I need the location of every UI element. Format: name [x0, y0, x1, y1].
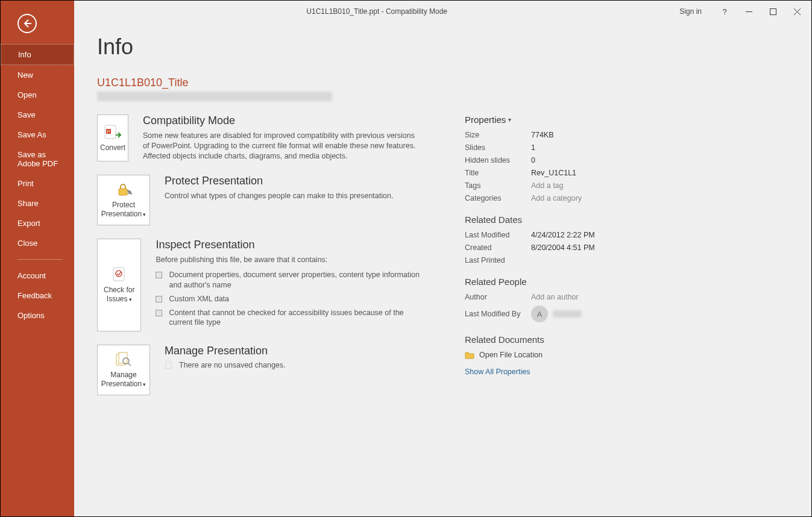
manage-heading: Manage Presentation: [165, 345, 286, 357]
backstage-sidebar: Info New Open Save Save As Save as Adobe…: [1, 1, 74, 516]
manage-button-label: Manage Presentation▾: [101, 371, 146, 389]
prop-key-slides: Slides: [465, 143, 525, 152]
last-modified-by-user[interactable]: A: [531, 306, 787, 322]
back-arrow-icon: [22, 19, 32, 28]
prop-val-author[interactable]: Add an author: [531, 293, 787, 301]
sidebar-item-new[interactable]: New: [1, 65, 74, 85]
prop-key-categories: Categories: [465, 194, 525, 202]
convert-button-label: Convert: [100, 143, 125, 152]
sidebar-item-save[interactable]: Save: [1, 105, 74, 125]
prop-val-categories[interactable]: Add a category: [531, 194, 787, 202]
lock-icon: [115, 181, 133, 197]
prop-val-title[interactable]: Rev_U1C1L1: [531, 169, 787, 177]
help-button[interactable]: ?: [713, 7, 737, 16]
related-people-heading: Related People: [465, 277, 787, 287]
prop-val-tags[interactable]: Add a tag: [531, 181, 787, 190]
prop-key-tags: Tags: [465, 181, 525, 190]
section-inspect: Check for Issues▾ Inspect Presentation B…: [97, 239, 423, 331]
properties-dropdown[interactable]: Properties▾: [465, 114, 511, 125]
chevron-down-icon: ▾: [143, 212, 146, 218]
properties-panel: Properties▾ Size 774KB Slides 1 Hidden s…: [465, 114, 787, 409]
file-path: [97, 92, 332, 101]
list-item: Custom XML data: [156, 294, 423, 304]
svg-text:P: P: [107, 129, 110, 133]
prop-val-last-printed: [531, 256, 787, 265]
manage-status: There are no unsaved changes.: [179, 361, 286, 369]
prop-key-last-modified: Last Modified: [465, 231, 525, 239]
sidebar-item-feedback[interactable]: Feedback: [1, 286, 74, 306]
section-manage: Manage Presentation▾ Manage Presentation…: [97, 345, 423, 395]
sidebar-item-options[interactable]: Options: [1, 306, 74, 325]
compat-heading: Compatibility Mode: [143, 114, 423, 127]
prop-key-last-printed: Last Printed: [465, 256, 525, 265]
section-protect: Protect Presentation▾ Protect Presentati…: [97, 175, 423, 225]
prop-key-title: Title: [465, 169, 525, 177]
check-issues-button-label: Check for Issues▾: [104, 286, 134, 304]
close-button[interactable]: [785, 2, 809, 20]
svg-rect-15: [166, 362, 171, 369]
window-title: U1C1L1B010_Title.ppt - Compatibility Mod…: [74, 7, 679, 16]
inspect-list: Document properties, document server pro…: [156, 270, 423, 328]
prop-key-author: Author: [465, 293, 525, 301]
chevron-down-icon: ▾: [508, 116, 511, 123]
protect-desc: Control what types of changes people can…: [165, 191, 393, 201]
minimize-button[interactable]: [737, 2, 761, 20]
page-title: Info: [97, 34, 787, 60]
inspect-icon: [110, 266, 128, 282]
prop-key-size: Size: [465, 131, 525, 139]
prop-val-hidden: 0: [531, 156, 787, 164]
inspect-heading: Inspect Presentation: [156, 239, 423, 251]
sidebar-item-open[interactable]: Open: [1, 85, 74, 105]
folder-icon: [465, 351, 474, 359]
inspect-desc: Before publishing this file, be aware th…: [156, 255, 423, 265]
open-file-location-link[interactable]: Open File Location: [465, 351, 787, 359]
back-button[interactable]: [17, 14, 37, 33]
svg-rect-1: [770, 8, 776, 14]
sidebar-item-account[interactable]: Account: [1, 266, 74, 286]
sidebar-item-close[interactable]: Close: [1, 233, 74, 253]
prop-val-size: 774KB: [531, 131, 787, 139]
sidebar-item-info[interactable]: Info: [1, 44, 74, 65]
section-compatibility: P Convert Compatibility Mode Some new fe…: [97, 114, 423, 161]
avatar: A: [531, 306, 548, 322]
maximize-icon: [770, 8, 776, 15]
list-item: Document properties, document server pro…: [156, 270, 423, 290]
file-title: U1C1L1B010_Title: [97, 77, 787, 89]
compat-desc: Some new features are disabled for impro…: [143, 131, 423, 161]
sidebar-item-save-as-adobe-pdf[interactable]: Save as Adobe PDF: [1, 145, 74, 174]
convert-icon: P: [104, 124, 122, 140]
chevron-down-icon: ▾: [143, 381, 146, 387]
sidebar-item-export[interactable]: Export: [1, 213, 74, 233]
prop-key-created: Created: [465, 243, 525, 252]
convert-button[interactable]: P Convert: [97, 114, 128, 161]
prop-key-hidden: Hidden slides: [465, 156, 525, 164]
close-icon: [794, 8, 801, 15]
maximize-button[interactable]: [761, 2, 785, 20]
related-documents-heading: Related Documents: [465, 334, 787, 345]
prop-val-slides: 1: [531, 143, 787, 152]
prop-val-last-modified: 4/24/2012 2:22 PM: [531, 231, 787, 239]
protect-heading: Protect Presentation: [165, 175, 393, 187]
protect-button-label: Protect Presentation▾: [101, 201, 146, 219]
sidebar-item-print[interactable]: Print: [1, 174, 74, 193]
user-name: [553, 310, 582, 318]
prop-val-created: 8/20/2004 4:51 PM: [531, 243, 787, 252]
titlebar: U1C1L1B010_Title.ppt - Compatibility Mod…: [1, 1, 811, 22]
sidebar-item-save-as[interactable]: Save As: [1, 125, 74, 145]
sidebar-item-share[interactable]: Share: [1, 193, 74, 213]
prop-key-last-modified-by: Last Modified By: [465, 310, 525, 318]
list-item: Content that cannot be checked for acces…: [156, 308, 423, 328]
document-icon: [165, 361, 173, 369]
related-dates-heading: Related Dates: [465, 215, 787, 225]
sign-in-link[interactable]: Sign in: [679, 7, 702, 16]
show-all-properties-link[interactable]: Show All Properties: [465, 368, 530, 376]
manage-icon: [115, 351, 133, 367]
check-for-issues-button[interactable]: Check for Issues▾: [97, 239, 141, 331]
minimize-icon: [746, 8, 752, 15]
svg-line-14: [128, 363, 131, 366]
chevron-down-icon: ▾: [129, 296, 132, 302]
svg-rect-8: [119, 189, 127, 195]
manage-presentation-button[interactable]: Manage Presentation▾: [97, 345, 150, 395]
sidebar-separator: [17, 259, 62, 260]
protect-presentation-button[interactable]: Protect Presentation▾: [97, 175, 150, 225]
